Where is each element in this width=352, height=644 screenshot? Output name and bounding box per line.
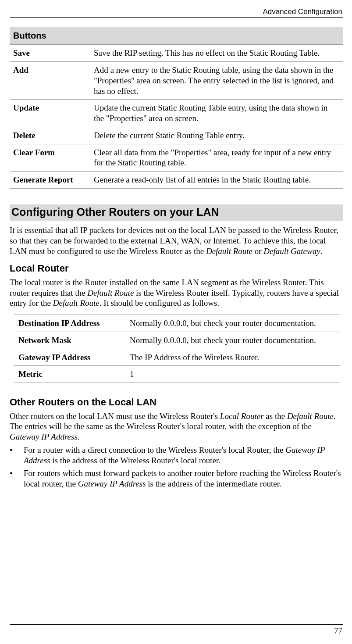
- table-row: Delete Delete the current Static Routing…: [10, 127, 343, 144]
- button-desc: Clear all data from the "Properties" are…: [90, 144, 343, 172]
- footer-rule: [10, 624, 343, 625]
- text-run: as the: [264, 411, 287, 421]
- other-routers-paragraph: Other routers on the local LAN must use …: [10, 411, 343, 442]
- button-label: Add: [10, 62, 90, 100]
- table-row: Update Update the current Static Routing…: [10, 100, 343, 127]
- text-run: or: [252, 247, 263, 256]
- subheading-other-routers: Other Routers on the Local LAN: [10, 396, 343, 408]
- field-value: The IP Address of the Wireless Router.: [125, 349, 340, 366]
- italic-term: Default Route: [206, 247, 252, 256]
- local-router-paragraph: The local router is the Router installed…: [10, 277, 343, 308]
- table-row: Clear Form Clear all data from the "Prop…: [10, 144, 343, 172]
- table-row: Generate Report Generate a read-only lis…: [10, 172, 343, 189]
- subheading-local-router: Local Router: [10, 262, 343, 275]
- header-rule: [10, 17, 343, 18]
- buttons-table-header: Buttons: [10, 27, 343, 45]
- field-label: Metric: [14, 366, 125, 383]
- list-item: • For routers which must forward packets…: [10, 468, 343, 489]
- bullet-text: For a router with a direct connection to…: [24, 445, 343, 466]
- button-desc: Save the RIP setting. This has no effect…: [90, 45, 343, 62]
- text-run: .: [78, 432, 80, 441]
- field-value: Normally 0.0.0.0, but check your router …: [125, 315, 340, 332]
- bullet-icon: •: [10, 468, 24, 489]
- text-run: is the address of the intermediate route…: [146, 479, 281, 488]
- italic-term: Local Router: [220, 411, 264, 421]
- local-router-table: Destination IP Address Normally 0.0.0.0,…: [14, 315, 340, 383]
- italic-term: Default Route: [53, 298, 100, 308]
- section1-paragraph: It is essential that all IP packets for …: [10, 225, 343, 256]
- italic-term: Default Gateway: [263, 247, 320, 256]
- text-run: For a router with a direct connection to…: [24, 445, 285, 454]
- button-label: Update: [10, 100, 90, 127]
- table-row: Add Add a new entry to the Static Routin…: [10, 62, 343, 100]
- text-run: . It should be configured as follows.: [100, 298, 219, 308]
- text-run: .: [320, 247, 323, 256]
- button-desc: Delete the current Static Routing Table …: [90, 127, 343, 144]
- page-number: 77: [10, 626, 343, 636]
- button-label: Delete: [10, 127, 90, 144]
- italic-term: Default Route: [87, 288, 134, 297]
- italic-term: Gateway IP Address: [78, 479, 146, 488]
- field-label: Destination IP Address: [14, 315, 125, 332]
- section-heading-configuring: Configuring Other Routers on your LAN: [10, 204, 343, 221]
- table-row: Save Save the RIP setting. This has no e…: [10, 45, 343, 62]
- table-row: Network Mask Normally 0.0.0.0, but check…: [14, 332, 340, 349]
- table-row: Destination IP Address Normally 0.0.0.0,…: [14, 315, 340, 332]
- button-desc: Generate a read-only list of all entries…: [90, 172, 343, 189]
- field-value: Normally 0.0.0.0, but check your router …: [125, 332, 340, 349]
- list-item: • For a router with a direct connection …: [10, 445, 343, 466]
- field-value: 1: [125, 366, 340, 383]
- text-run: is the address of the Wireless Router's …: [50, 456, 221, 465]
- text-run: Other routers on the local LAN must use …: [10, 411, 220, 421]
- bullet-list: • For a router with a direct connection …: [10, 445, 343, 489]
- field-label: Network Mask: [14, 332, 125, 349]
- button-label: Save: [10, 45, 90, 62]
- bullet-icon: •: [10, 445, 24, 466]
- button-desc: Update the current Static Routing Table …: [90, 100, 343, 127]
- table-row: Gateway IP Address The IP Address of the…: [14, 349, 340, 366]
- table-row: Metric 1: [14, 366, 340, 383]
- button-label: Generate Report: [10, 172, 90, 189]
- buttons-table: Buttons Save Save the RIP setting. This …: [10, 27, 343, 189]
- header-chapter: Advanced Configuration: [10, 7, 343, 17]
- italic-term: Default Route: [287, 411, 334, 421]
- italic-term: Gateway IP Address: [10, 432, 78, 441]
- button-label: Clear Form: [10, 144, 90, 172]
- page-footer: 77: [10, 624, 343, 636]
- button-desc: Add a new entry to the Static Routing ta…: [90, 62, 343, 100]
- field-label: Gateway IP Address: [14, 349, 125, 366]
- bullet-text: For routers which must forward packets t…: [24, 468, 343, 489]
